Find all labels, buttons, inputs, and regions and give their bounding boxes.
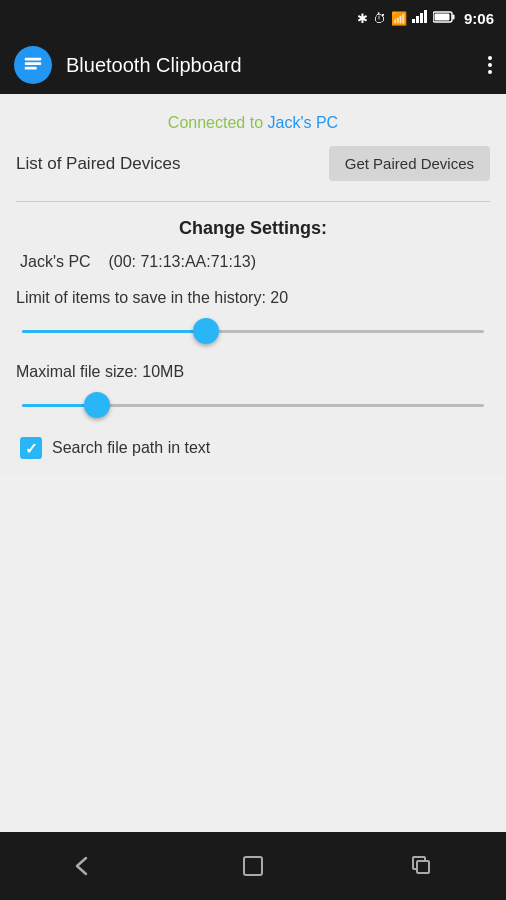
search-file-path-row: ✓ Search file path in text [16, 437, 490, 459]
section-divider [16, 201, 490, 202]
app-bar: Bluetooth Clipboard [0, 36, 506, 94]
alarm-icon: ⏱ [373, 11, 386, 26]
device-info: Jack's PC (00: 71:13:AA:71:13) [16, 253, 490, 271]
paired-devices-label: List of Paired Devices [16, 154, 180, 174]
change-settings-title: Change Settings: [16, 218, 490, 239]
checkbox-checkmark: ✓ [25, 441, 38, 456]
home-icon [243, 856, 263, 876]
recents-icon [412, 856, 432, 876]
history-limit-section: Limit of items to save in the history: 2… [16, 289, 490, 345]
status-icons: ✱ ⏱ 📶 9:06 [357, 10, 494, 27]
svg-rect-6 [434, 13, 449, 20]
search-file-path-label: Search file path in text [52, 439, 210, 457]
app-title: Bluetooth Clipboard [66, 54, 242, 77]
svg-rect-9 [25, 67, 37, 70]
back-button[interactable] [59, 846, 109, 886]
status-time: 9:06 [464, 10, 494, 27]
signal-icon [412, 10, 428, 26]
wifi-icon: 📶 [391, 11, 407, 26]
get-paired-devices-button[interactable]: Get Paired Devices [329, 146, 490, 181]
bluetooth-icon: ✱ [357, 11, 368, 26]
device-name: Jack's PC [20, 253, 91, 270]
home-button[interactable] [228, 846, 278, 886]
max-file-size-section: Maximal file size: 10MB [16, 363, 490, 419]
svg-rect-0 [412, 19, 415, 23]
svg-rect-7 [25, 58, 42, 61]
max-file-size-slider-container [16, 391, 490, 419]
overflow-menu-button[interactable] [488, 56, 492, 74]
history-limit-slider-fill [22, 330, 206, 333]
svg-rect-3 [424, 10, 427, 23]
battery-icon [433, 11, 455, 26]
main-content: Connected to Jack's PC List of Paired De… [0, 94, 506, 475]
connected-device-name: Jack's PC [268, 114, 339, 131]
svg-rect-1 [416, 16, 419, 23]
app-icon [14, 46, 52, 84]
history-limit-slider-thumb[interactable] [193, 318, 219, 344]
history-limit-label: Limit of items to save in the history: 2… [16, 289, 490, 307]
recents-button[interactable] [397, 846, 447, 886]
svg-rect-2 [420, 13, 423, 23]
connected-label: Connected to [168, 114, 263, 131]
svg-rect-5 [452, 14, 454, 19]
search-file-path-checkbox[interactable]: ✓ [20, 437, 42, 459]
paired-devices-row: List of Paired Devices Get Paired Device… [16, 146, 490, 181]
connected-status: Connected to Jack's PC [16, 114, 490, 132]
svg-rect-8 [25, 62, 42, 65]
history-limit-slider-container [16, 317, 490, 345]
max-file-size-slider-thumb[interactable] [84, 392, 110, 418]
status-bar: ✱ ⏱ 📶 9:06 [0, 0, 506, 36]
nav-bar [0, 832, 506, 900]
device-address: (00: 71:13:AA:71:13) [108, 253, 256, 270]
app-bar-left: Bluetooth Clipboard [14, 46, 242, 84]
max-file-size-label: Maximal file size: 10MB [16, 363, 490, 381]
